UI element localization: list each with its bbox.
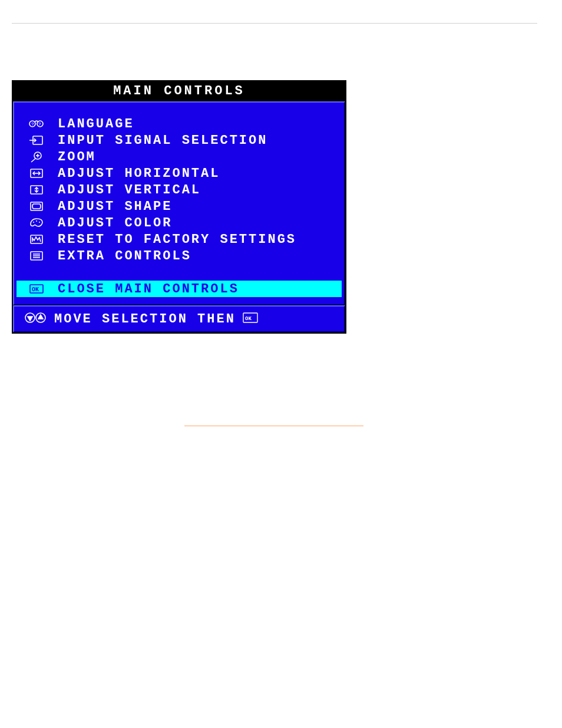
adjust-color-icon <box>24 216 49 229</box>
horizontal-divider <box>12 23 537 24</box>
svg-text:OK: OK <box>245 316 252 322</box>
osd-body: ?? LANGUAGE INPUT SIGNAL SELECTION ZOOM … <box>13 101 345 305</box>
menu-item-label: ADJUST COLOR <box>58 216 172 230</box>
nav-arrows-icon <box>24 311 47 327</box>
adjust-shape-icon <box>24 200 49 213</box>
horizontal-divider <box>184 426 363 426</box>
menu-item-adjust-color[interactable]: ADJUST COLOR <box>24 215 335 231</box>
adjust-horizontal-icon <box>24 167 49 180</box>
adjust-vertical-icon <box>24 183 49 196</box>
svg-line-6 <box>31 159 35 162</box>
osd-footer: MOVE SELECTION THEN OK <box>13 305 345 332</box>
menu-item-label: ADJUST VERTICAL <box>58 183 201 197</box>
osd-title: MAIN CONTROLS <box>13 81 345 101</box>
menu-item-adjust-horizontal[interactable]: ADJUST HORIZONTAL <box>24 165 335 182</box>
ok-icon: OK <box>24 282 49 295</box>
menu-item-label: RESET TO FACTORY SETTINGS <box>58 232 296 247</box>
extra-controls-icon <box>24 249 49 262</box>
ok-icon: OK <box>243 312 258 325</box>
menu-item-adjust-shape[interactable]: ADJUST SHAPE <box>24 198 335 215</box>
factory-reset-icon <box>24 233 49 246</box>
menu-item-label: ZOOM <box>58 150 96 164</box>
menu-item-adjust-vertical[interactable]: ADJUST VERTICAL <box>24 182 335 198</box>
menu-item-extra-controls[interactable]: EXTRA CONTROLS <box>24 248 335 264</box>
menu-item-label: CLOSE MAIN CONTROLS <box>58 282 239 297</box>
footer-hint-text: MOVE SELECTION THEN <box>54 312 236 327</box>
menu-item-label: INPUT SIGNAL SELECTION <box>58 133 267 148</box>
svg-text:?: ? <box>31 121 34 127</box>
input-signal-icon <box>24 134 49 147</box>
svg-point-14 <box>33 222 34 223</box>
menu-item-label: ADJUST SHAPE <box>58 199 172 214</box>
menu-item-zoom[interactable]: ZOOM <box>24 149 335 165</box>
language-icon: ?? <box>24 117 49 130</box>
osd-main-controls-panel: MAIN CONTROLS ?? LANGUAGE INPUT SIGNAL S… <box>12 80 346 334</box>
zoom-icon <box>24 150 49 163</box>
menu-item-label: LANGUAGE <box>58 117 134 131</box>
menu-item-factory-reset[interactable]: RESET TO FACTORY SETTINGS <box>24 231 335 248</box>
menu-item-language[interactable]: ?? LANGUAGE <box>24 116 335 132</box>
menu-item-close-main-controls[interactable]: OK CLOSE MAIN CONTROLS <box>16 281 342 297</box>
menu-item-label: ADJUST HORIZONTAL <box>58 166 220 181</box>
svg-point-16 <box>39 222 40 223</box>
menu-item-label: EXTRA CONTROLS <box>58 249 191 263</box>
svg-text:?: ? <box>38 121 41 127</box>
svg-text:OK: OK <box>32 286 39 293</box>
menu-item-input-signal[interactable]: INPUT SIGNAL SELECTION <box>24 132 335 149</box>
svg-point-15 <box>36 220 37 222</box>
